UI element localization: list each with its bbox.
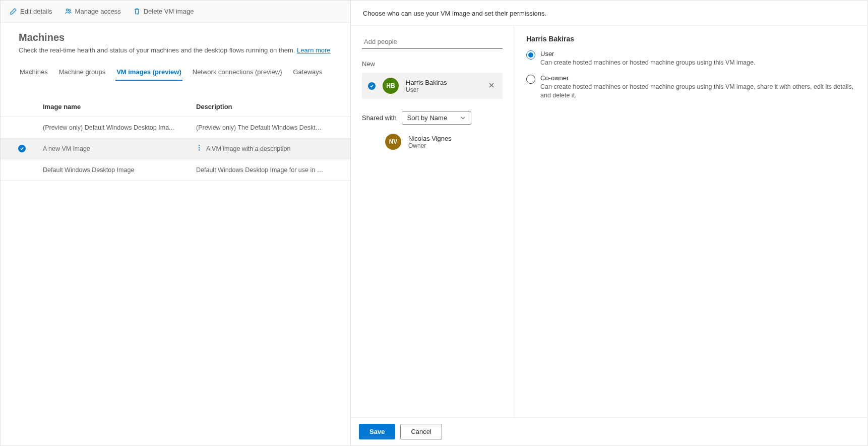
permission-user-radio[interactable]: User Can create hosted machines or hoste…	[526, 50, 855, 67]
table-row[interactable]: (Preview only) Default Windows Desktop I…	[1, 117, 350, 138]
cell-desc: A VM image with a description	[206, 145, 290, 152]
trash-icon	[133, 8, 141, 15]
new-person-card[interactable]: HB Harris Bakiras User	[362, 73, 503, 99]
close-icon	[488, 82, 494, 88]
sort-by-select[interactable]: Sort by Name	[402, 111, 471, 125]
tab-machine-groups[interactable]: Machine groups	[58, 64, 107, 81]
manage-access-panel: Choose who can use your VM image and set…	[351, 0, 868, 446]
avatar: HB	[383, 78, 399, 94]
save-button[interactable]: Save	[359, 424, 395, 439]
col-image-name[interactable]: Image name	[43, 103, 194, 110]
radio-icon	[526, 50, 535, 60]
toolbar: Edit details Manage access Delete VM ima…	[1, 1, 350, 23]
cell-name: (Preview only) Default Windows Desktop I…	[43, 124, 194, 131]
person-role: User	[406, 86, 479, 93]
manage-access-button[interactable]: Manage access	[59, 5, 126, 18]
avatar: NV	[385, 134, 401, 150]
page-subtitle: Check the real-time health and status of…	[19, 46, 332, 54]
cancel-button[interactable]: Cancel	[400, 424, 442, 439]
check-icon	[18, 145, 26, 152]
more-icon	[196, 144, 202, 151]
edit-details-button[interactable]: Edit details	[5, 5, 57, 18]
permission-user-label: User	[540, 50, 756, 58]
row-selected-check[interactable]	[1, 145, 43, 152]
edit-details-label: Edit details	[20, 8, 52, 15]
people-icon	[65, 8, 72, 15]
panel-footer: Save Cancel	[351, 417, 867, 445]
svg-point-1	[69, 10, 70, 11]
table-row[interactable]: Default Windows Desktop Image Default Wi…	[1, 159, 350, 181]
manage-access-label: Manage access	[75, 8, 121, 15]
person-selected-icon	[368, 82, 376, 90]
col-description[interactable]: Description	[194, 103, 330, 110]
tab-gateways[interactable]: Gateways	[292, 64, 323, 81]
svg-point-3	[199, 147, 200, 148]
shared-with-label: Shared with	[362, 114, 397, 122]
page-title: Machines	[19, 32, 332, 43]
remove-person-button[interactable]	[486, 80, 497, 92]
table-header: Image name Description	[1, 97, 350, 117]
permission-coowner-label: Co-owner	[540, 74, 855, 82]
cell-name: A new VM image	[43, 145, 194, 152]
delete-vm-label: Delete VM image	[144, 8, 194, 15]
sort-by-value: Sort by Name	[407, 114, 447, 122]
page-header: Machines Check the real-time health and …	[1, 23, 350, 56]
svg-point-0	[66, 9, 68, 11]
cell-desc: Default Windows Desktop Image for use in…	[194, 166, 330, 174]
svg-point-4	[199, 149, 200, 150]
radio-icon	[526, 75, 535, 84]
person-role: Owner	[408, 142, 503, 149]
tab-network-connections[interactable]: Network connections (preview)	[192, 64, 283, 81]
owner-row[interactable]: NV Nicolas Vignes Owner	[362, 134, 503, 150]
learn-more-link[interactable]: Learn more	[297, 46, 330, 54]
svg-point-2	[199, 145, 200, 146]
table-row[interactable]: A new VM image A VM image with a descrip…	[1, 138, 350, 159]
cell-desc: (Preview only) The Default Windows Deskt…	[194, 124, 330, 131]
selected-person-title: Harris Bakiras	[526, 35, 855, 43]
cell-name: Default Windows Desktop Image	[43, 166, 194, 174]
person-name: Nicolas Vignes	[408, 135, 503, 142]
new-label: New	[362, 60, 503, 68]
permission-coowner-radio[interactable]: Co-owner Can create hosted machines or h…	[526, 74, 855, 100]
vm-images-table: Image name Description (Preview only) De…	[1, 97, 350, 181]
panel-header: Choose who can use your VM image and set…	[351, 1, 867, 26]
tabs: Machines Machine groups VM images (previ…	[1, 56, 350, 81]
person-name: Harris Bakiras	[406, 79, 479, 86]
chevron-down-icon	[460, 115, 466, 121]
tab-machines[interactable]: Machines	[19, 64, 49, 81]
pencil-icon	[10, 8, 17, 15]
permission-user-desc: Can create hosted machines or hosted mac…	[540, 59, 756, 67]
tab-vm-images[interactable]: VM images (preview)	[115, 64, 182, 81]
row-more-button[interactable]	[196, 144, 202, 153]
permission-coowner-desc: Can create hosted machines or hosted mac…	[540, 83, 855, 100]
delete-vm-button[interactable]: Delete VM image	[128, 5, 199, 18]
add-people-input[interactable]	[362, 35, 503, 49]
